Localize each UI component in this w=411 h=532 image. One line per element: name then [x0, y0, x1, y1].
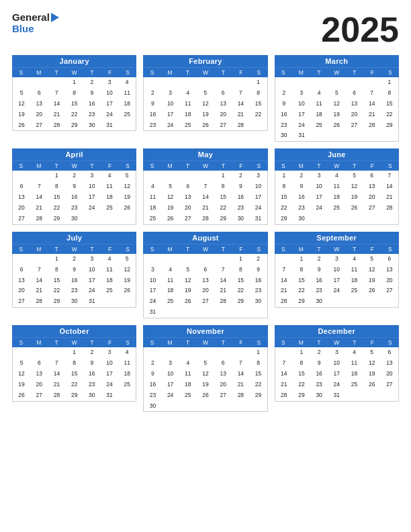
day-cell: 5 [118, 171, 136, 181]
day-label: S [381, 245, 399, 254]
day-cell: 26 [13, 390, 30, 401]
day-cell: 14 [363, 99, 381, 109]
day-cell: 26 [13, 120, 30, 131]
day-cell: 17 [162, 380, 179, 390]
day-cell: 14 [48, 99, 65, 109]
day-label: S [12, 68, 30, 77]
day-cell: 28 [381, 203, 398, 214]
day-cell: 24 [162, 390, 179, 401]
empty-cell [162, 171, 179, 181]
day-cell: 24 [310, 203, 328, 214]
day-cell: 19 [363, 369, 381, 380]
day-label: T [214, 245, 232, 254]
day-label: T [179, 338, 196, 347]
empty-cell [144, 347, 161, 358]
day-cell: 27 [381, 285, 398, 296]
month-block-may: MaySMTWTFS 12345678910111213141516171819… [143, 148, 267, 224]
day-label: F [363, 68, 381, 77]
day-cell: 21 [48, 380, 65, 390]
day-cell: 5 [363, 347, 381, 358]
day-cell: 29 [48, 214, 65, 224]
day-label: S [275, 338, 292, 347]
day-cell: 13 [363, 181, 381, 192]
day-cell: 9 [310, 358, 328, 369]
empty-cell [363, 296, 381, 307]
day-cell: 30 [66, 214, 83, 224]
month-block-january: JanuarySMTWTFS 1234567891011121314151617… [12, 55, 136, 142]
month-header-march: March [275, 55, 399, 67]
empty-cell [214, 254, 232, 265]
day-cell: 15 [48, 275, 65, 286]
day-cell: 19 [13, 380, 30, 390]
day-cell: 26 [197, 390, 214, 401]
day-cell: 10 [101, 358, 118, 369]
day-cell: 1 [293, 254, 310, 265]
day-label: M [292, 338, 310, 347]
month-header-november: November [143, 325, 267, 337]
day-cell: 28 [30, 214, 48, 224]
day-cell: 14 [30, 192, 48, 203]
day-cell: 17 [101, 369, 118, 380]
day-label: T [83, 245, 101, 254]
day-cell: 14 [214, 275, 232, 286]
day-cell: 8 [66, 88, 83, 99]
empty-cell [13, 347, 30, 358]
day-label: S [143, 68, 161, 77]
day-cell: 1 [381, 77, 398, 88]
day-cell: 27 [30, 390, 48, 401]
day-cell: 6 [214, 358, 232, 369]
day-cell: 22 [275, 203, 293, 214]
empty-cell [13, 171, 30, 181]
day-label: T [83, 338, 101, 347]
day-headers: SMTWTFS [143, 67, 267, 77]
day-cell: 25 [179, 390, 197, 401]
day-cell: 20 [214, 109, 232, 120]
month-block-july: JulySMTWTFS 1234567891011121314151617181… [12, 232, 136, 318]
day-cell: 4 [328, 171, 345, 181]
day-cell: 12 [363, 358, 381, 369]
day-cell: 15 [214, 192, 232, 203]
day-cell: 21 [214, 285, 232, 296]
days-grid: 1234567891011121314151617181920212223242… [143, 77, 267, 131]
month-block-october: OctoberSMTWTFS 1234567891011121314151617… [12, 325, 136, 412]
day-cell: 19 [118, 275, 136, 286]
month-header-october: October [12, 325, 136, 337]
day-cell: 6 [381, 347, 398, 358]
day-cell: 3 [101, 347, 118, 358]
empty-cell [249, 401, 267, 412]
day-cell: 21 [30, 285, 48, 296]
day-cell: 5 [363, 254, 381, 265]
day-cell: 23 [249, 285, 267, 296]
day-cell: 11 [101, 265, 118, 275]
day-cell: 27 [363, 203, 381, 214]
empty-cell [363, 214, 381, 224]
day-cell: 5 [197, 88, 214, 99]
day-cell: 15 [293, 275, 310, 286]
day-cell: 25 [328, 203, 345, 214]
day-cell: 27 [13, 214, 30, 224]
day-cell: 19 [363, 275, 381, 286]
empty-cell [345, 130, 363, 141]
day-cell: 13 [179, 192, 197, 203]
day-cell: 13 [345, 99, 363, 109]
day-cell: 23 [83, 380, 101, 390]
day-label: F [363, 161, 381, 171]
day-cell: 10 [328, 358, 345, 369]
day-cell: 6 [345, 88, 363, 99]
day-cell: 17 [293, 109, 310, 120]
day-cell: 16 [249, 275, 267, 286]
day-cell: 16 [144, 109, 161, 120]
day-cell: 19 [179, 285, 197, 296]
day-cell: 27 [179, 214, 197, 224]
empty-cell [179, 401, 197, 412]
empty-cell [328, 296, 345, 307]
day-cell: 10 [162, 99, 179, 109]
day-label: M [292, 161, 310, 171]
month-header-april: April [12, 148, 136, 161]
day-cell: 3 [249, 171, 267, 181]
day-cell: 31 [249, 214, 267, 224]
day-cell: 25 [345, 285, 363, 296]
days-grid: 1234567891011121314151617181920212223242… [12, 347, 136, 401]
day-cell: 24 [101, 109, 118, 120]
day-label: M [292, 68, 310, 77]
